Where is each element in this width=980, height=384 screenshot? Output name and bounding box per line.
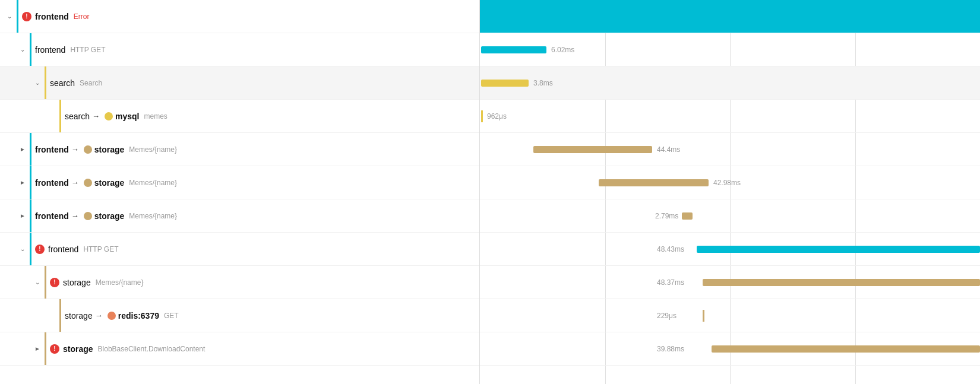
service-name-row6: frontend [35,211,69,221]
service-name-row3: search [65,112,90,121]
label-row10: 39.88ms [657,345,684,353]
border-row8 [45,266,46,299]
border-row5 [30,166,31,199]
row-frontend-storage2[interactable]: ► frontend → storage Memes/{name} [0,166,479,199]
target-detail-row5: Memes/{name} [129,179,177,187]
bar-row6 [682,212,693,220]
bar-row8 [703,279,980,286]
target-row9: redis:6379 [118,311,159,320]
service-name-row1: frontend [35,45,65,55]
row-search-search[interactable]: ⌄ search Search [0,66,479,100]
service-name-row4: frontend [35,145,69,154]
tick-row3 [481,110,483,122]
row-frontend-storage3[interactable]: ► frontend → storage Memes/{name} [0,199,479,233]
border-row2 [45,66,46,99]
target-row6: storage [94,211,125,221]
error-icon-row8: ! [50,278,59,287]
row-frontend-error[interactable]: ⌄ ! frontend Error [0,0,479,33]
border-row6 [30,199,31,232]
error-icon-row10: ! [50,344,59,354]
dot-row4 [84,145,92,154]
bar-row4 [533,146,652,153]
label-row4: 44.4ms [657,145,680,154]
bar-row2 [481,80,529,87]
timeline-row1: 6.02ms [480,33,980,66]
timeline-row10: 39.88ms [480,332,980,366]
arrow-row5: → [71,178,79,187]
label-row3: 962μs [487,112,507,120]
operation-row8: Memes/{name} [96,278,144,287]
service-name-row7: frontend [48,245,78,254]
arrow-row4: → [71,145,79,154]
toggle-row6[interactable]: ► [18,211,27,221]
label-row2: 3.8ms [533,79,553,87]
toggle-row4[interactable]: ► [18,145,27,154]
dot-row6 [84,212,92,220]
service-name-row0: frontend [35,12,69,21]
timeline-row7: 48.43ms [480,233,980,266]
row-storage-blob[interactable]: ► ! storage BlobBaseClient.DownloadConte… [0,332,479,366]
names-column: ⌄ ! frontend Error ⌄ frontend HTTP GET ⌄… [0,0,480,384]
bar-row7 [697,246,980,253]
tick-row9 [703,310,704,322]
service-name-row2: search [50,78,75,88]
label-row7: 48.43ms [657,245,684,253]
timeline-row2: 3.8ms [480,66,980,100]
arrow-row6: → [71,211,79,220]
timeline-row5: 42.98ms [480,166,980,199]
operation-row1: HTTP GET [70,46,105,54]
operation-row0: Error [74,12,90,21]
service-name-row10: storage [63,344,93,354]
arrow-row9: → [95,311,103,320]
target-row4: storage [94,145,125,154]
toggle-row0[interactable]: ⌄ [5,12,14,21]
bar-row0-full [480,0,980,33]
border-row3 [59,100,61,132]
label-row5: 42.98ms [713,179,741,187]
service-name-row8: storage [63,278,91,287]
row-storage-memes[interactable]: ⌄ ! storage Memes/{name} [0,266,479,299]
toggle-row10[interactable]: ► [33,344,42,354]
row-storage-redis[interactable]: storage → redis:6379 GET [0,299,479,332]
border-row7 [30,233,31,265]
dot-row9 [108,312,116,320]
arrow-row3: → [92,112,100,120]
operation-row7: HTTP GET [83,245,118,253]
trace-view: ⌄ ! frontend Error ⌄ frontend HTTP GET ⌄… [0,0,980,384]
toggle-row1[interactable]: ⌄ [18,45,27,55]
target-detail-row9: GET [164,312,179,320]
service-name-row9: storage [65,311,93,320]
timeline-row3: 962μs [480,100,980,133]
error-icon-row0: ! [22,12,31,21]
label-row6: 2.79ms [655,212,678,220]
border-row1 [30,33,31,66]
timeline-row4: 44.4ms [480,133,980,166]
bar-row5 [599,179,709,186]
border-row10 [45,332,46,365]
dot-row5 [84,179,92,187]
timeline-row8: 48.37ms [480,266,980,299]
toggle-placeholder-row3 [48,112,57,121]
row-search-mysql[interactable]: search → mysql memes [0,100,479,133]
timeline-row0 [480,0,980,33]
toggle-row8[interactable]: ⌄ [33,278,42,287]
timeline-row6: 2.79ms [480,199,980,233]
row-frontend-storage1[interactable]: ► frontend → storage Memes/{name} [0,133,479,166]
target-row3: mysql [115,112,139,121]
timeline-column: 6.02ms 3.8ms 962μs 44.4ms 42.98ms 2.79ms [480,0,980,384]
row-frontend-http[interactable]: ⌄ frontend HTTP GET [0,33,479,66]
target-detail-row3: memes [144,112,167,120]
row-frontend-http2[interactable]: ⌄ ! frontend HTTP GET [0,233,479,266]
border-row9 [59,299,61,332]
border-row0 [17,0,18,33]
bar-row1 [481,46,546,53]
toggle-row2[interactable]: ⌄ [33,78,42,88]
dot-row3 [105,112,113,120]
label-row1: 6.02ms [551,46,574,54]
toggle-row7[interactable]: ⌄ [18,245,27,254]
label-row8: 48.37ms [657,278,684,287]
border-row4 [30,133,31,166]
target-row5: storage [94,178,125,188]
toggle-row5[interactable]: ► [18,178,27,188]
target-detail-row6: Memes/{name} [129,212,177,220]
